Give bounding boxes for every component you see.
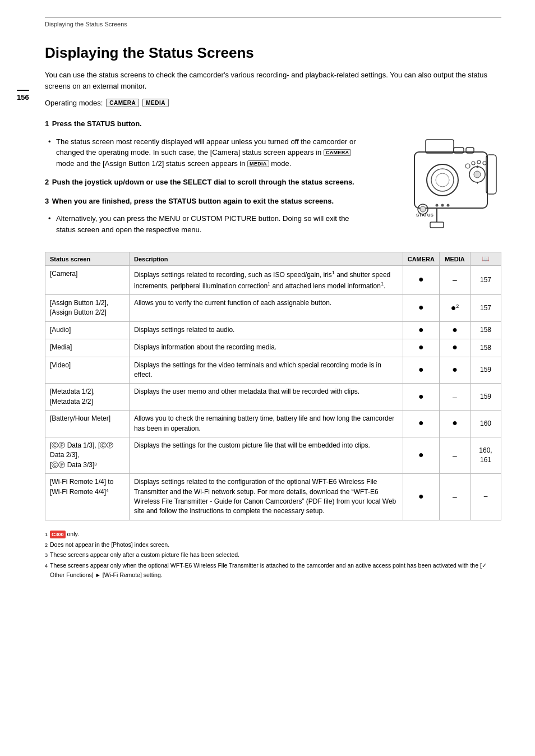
operating-modes-label: Operating modes:: [45, 99, 103, 107]
camera-mode-badge: CAMERA: [106, 99, 139, 107]
cell-description: Displays the settings for the video term…: [130, 357, 403, 384]
cell-screen-name: [Video]: [45, 357, 130, 384]
footnote-num: 4: [45, 561, 48, 580]
cell-page: 158: [471, 339, 501, 357]
svg-rect-6: [426, 140, 454, 153]
cell-description: Allows you to verify the current functio…: [130, 295, 403, 322]
col-header-camera: CAMERA: [403, 252, 439, 266]
cell-description: Displays the user memo and other metadat…: [130, 384, 403, 411]
cell-page: –: [471, 474, 501, 520]
cell-page: 157: [471, 295, 501, 322]
cell-description: Displays information about the recording…: [130, 339, 403, 357]
step-3-title: 3 When you are finished, press the STATU…: [45, 196, 367, 207]
footnotes: 1C300 only.2Does not appear in the [Phot…: [45, 529, 501, 580]
cell-media: ●: [440, 339, 471, 357]
table-row: [Audio]Displays settings related to audi…: [45, 321, 501, 339]
cell-media: ●: [440, 357, 471, 384]
cell-media: –: [440, 266, 471, 295]
steps-column: 1 Press the STATUS button. The status sc…: [45, 118, 367, 243]
page-container: Displaying the Status Screens 156 Displa…: [0, 0, 535, 756]
cell-description: Allows you to check the remaining batter…: [130, 411, 403, 437]
footnote-text: C300 only.: [50, 529, 79, 539]
svg-point-19: [447, 204, 450, 207]
cell-screen-name: [Camera]: [45, 266, 130, 295]
footnote-text: These screens appear only after a custom…: [50, 550, 239, 560]
footnote-num: 1: [45, 529, 48, 539]
table-row: [Media]Displays information about the re…: [45, 339, 501, 357]
svg-point-2: [431, 169, 454, 191]
svg-rect-23: [430, 222, 444, 228]
cell-media: ●2: [440, 295, 471, 322]
c300-badge: C300: [50, 531, 66, 538]
table-row: [Assign Button 1/2],[Assign Button 2/2]A…: [45, 295, 501, 322]
status-table: Status screen Description CAMERA MEDIA 📖…: [45, 252, 501, 520]
cell-page: 160,161: [471, 437, 501, 473]
cell-camera: ●: [403, 295, 439, 322]
svg-text:▼: ▼: [476, 181, 479, 185]
cell-camera: ●: [403, 384, 439, 411]
cell-description: Displays the settings for the custom pic…: [130, 437, 403, 473]
cell-media: –: [440, 384, 471, 411]
cell-camera: ●: [403, 474, 439, 520]
operating-modes-row: Operating modes: CAMERA MEDIA: [45, 99, 501, 107]
cell-screen-name: [Metadata 1/2], [Metadata 2/2]: [45, 384, 130, 411]
col-header-screen: Status screen: [45, 252, 130, 266]
camera-inline-badge: CAMERA: [324, 149, 351, 156]
content-columns: 1 Press the STATUS button. The status sc…: [45, 118, 501, 243]
col-header-media: MEDIA: [440, 252, 471, 266]
cell-camera: ●: [403, 321, 439, 339]
page-number-area: 156: [17, 90, 29, 102]
table-row: [Camera]Displays settings related to rec…: [45, 266, 501, 295]
footnote-item: 3These screens appear only after a custo…: [45, 550, 501, 560]
svg-point-16: [483, 162, 486, 165]
table-row: [Wi-Fi Remote 1/4] to[Wi-Fi Remote 4/4]⁴…: [45, 474, 501, 520]
svg-point-12: [474, 171, 481, 178]
step-3-bullet: Alternatively, you can press the MENU or…: [56, 213, 367, 235]
cell-media: –: [440, 474, 471, 520]
camera-illustration: STATUS ▲ ▼: [381, 124, 499, 231]
svg-point-3: [436, 173, 449, 187]
svg-point-17: [436, 204, 439, 207]
svg-point-15: [477, 160, 481, 164]
cell-screen-name: [Media]: [45, 339, 130, 357]
svg-text:▲: ▲: [476, 164, 479, 168]
cell-screen-name: [Assign Button 1/2],[Assign Button 2/2]: [45, 295, 130, 322]
step-1-bullet: The status screen most recently displaye…: [56, 136, 367, 169]
cell-description: Displays settings related to recording, …: [130, 266, 403, 295]
page-title: Displaying the Status Screens: [45, 44, 501, 62]
footnote-text: These screens appear only when the optio…: [50, 561, 501, 580]
cell-description: Displays settings related to the configu…: [130, 474, 403, 520]
cell-description: Displays settings related to audio.: [130, 321, 403, 339]
cell-media: –: [440, 437, 471, 473]
cell-screen-name: [ⒸⓅ Data 1/3], [ⒸⓅ Data 2/3],[ⒸⓅ Data 3/…: [45, 437, 130, 473]
svg-point-18: [441, 204, 444, 207]
cell-page: 159: [471, 357, 501, 384]
svg-text:STATUS: STATUS: [416, 213, 433, 218]
image-column: STATUS ▲ ▼: [378, 118, 501, 243]
table-row: [Battery/Hour Meter]Allows you to check …: [45, 411, 501, 437]
svg-rect-0: [414, 152, 487, 208]
cell-page: 160: [471, 411, 501, 437]
cell-page: 157: [471, 266, 501, 295]
intro-text: You can use the status screens to check …: [45, 70, 501, 92]
footnote-text: Does not appear in the [Photos] index sc…: [50, 540, 169, 550]
table-row: [ⒸⓅ Data 1/3], [ⒸⓅ Data 2/3],[ⒸⓅ Data 3/…: [45, 437, 501, 473]
step-2-title: 2 Push the joystick up/down or use the S…: [45, 177, 367, 188]
cell-camera: ●: [403, 357, 439, 384]
footnote-item: 1C300 only.: [45, 529, 501, 539]
step-2: 2 Push the joystick up/down or use the S…: [45, 177, 367, 188]
page-number-line: [17, 90, 29, 91]
cell-screen-name: [Audio]: [45, 321, 130, 339]
cell-screen-name: [Wi-Fi Remote 1/4] to[Wi-Fi Remote 4/4]⁴: [45, 474, 130, 520]
col-header-description: Description: [130, 252, 403, 266]
table-row: [Metadata 1/2], [Metadata 2/2]Displays t…: [45, 384, 501, 411]
cell-camera: ●: [403, 437, 439, 473]
cell-media: ●: [440, 321, 471, 339]
cell-camera: ●: [403, 411, 439, 437]
footnote-item: 2Does not appear in the [Photos] index s…: [45, 540, 501, 550]
footnote-num: 2: [45, 540, 48, 550]
col-header-book: 📖: [471, 252, 501, 266]
cell-camera: ●: [403, 266, 439, 295]
svg-point-14: [472, 162, 475, 165]
page-number: 156: [17, 93, 29, 102]
